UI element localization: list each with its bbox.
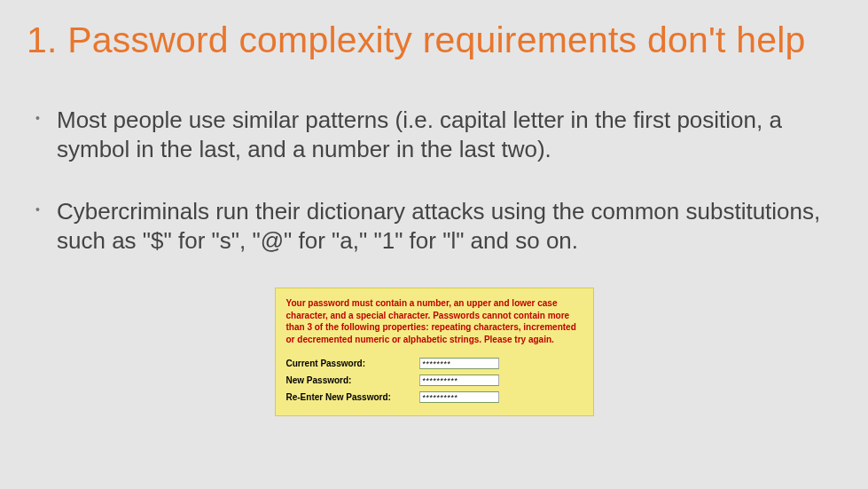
new-password-label: New Password: <box>286 375 419 385</box>
form-row-reenter: Re-Enter New Password: ********** <box>286 391 583 403</box>
current-password-field: ******** <box>419 358 499 369</box>
slide-title: 1. Password complexity requirements don'… <box>27 20 841 61</box>
reenter-password-field: ********** <box>419 391 499 403</box>
current-password-label: Current Password: <box>286 359 419 368</box>
password-form-screenshot: Your password must contain a number, an … <box>275 288 594 416</box>
new-password-field: ********** <box>419 375 499 386</box>
bullet-list: Most people use similar patterns (i.e. c… <box>27 106 841 256</box>
slide: 1. Password complexity requirements don'… <box>0 0 868 443</box>
bullet-item: Cybercriminals run their dictionary atta… <box>51 197 841 256</box>
form-row-new: New Password: ********** <box>286 375 583 386</box>
bullet-item: Most people use similar patterns (i.e. c… <box>51 106 841 165</box>
reenter-password-label: Re-Enter New Password: <box>286 392 419 402</box>
error-message: Your password must contain a number, an … <box>286 297 583 345</box>
form-row-current: Current Password: ******** <box>286 358 583 369</box>
